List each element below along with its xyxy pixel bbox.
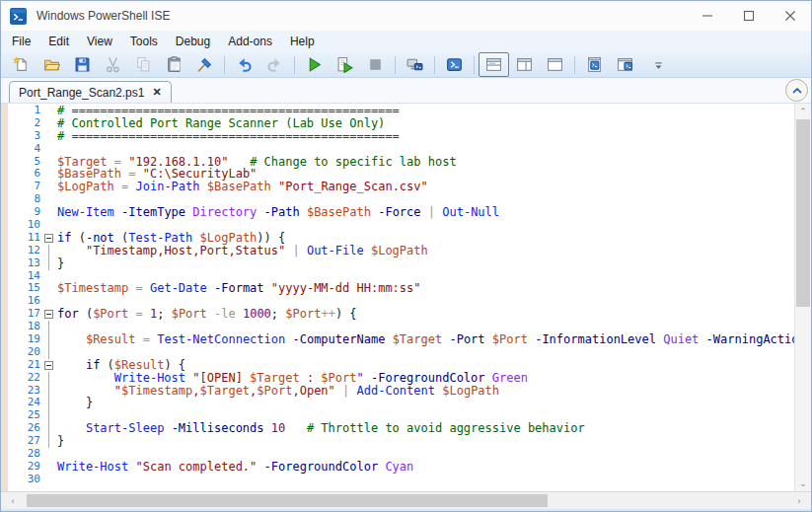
code-line-23[interactable]: 23 "$Timestamp,$Target,$Port,Open" | Add… <box>8 385 794 398</box>
redo-button[interactable] <box>259 52 290 77</box>
cut-button[interactable] <box>98 52 128 77</box>
code-text: "$Timestamp,$Target,$Port,Open" | Add-Co… <box>57 385 499 398</box>
scroll-left-arrow-icon[interactable]: ‹ <box>5 493 21 509</box>
toolbar-separator <box>434 56 435 74</box>
copy-button[interactable] <box>128 52 159 77</box>
code-text: } <box>57 435 64 448</box>
scroll-up-arrow-icon[interactable]: ⌃ <box>795 104 811 119</box>
show-script-pane-top-button[interactable] <box>479 52 509 77</box>
code-line-9[interactable]: 9New-Item -ItemType Directory -Path $Bas… <box>8 206 794 219</box>
start-powershell-button[interactable] <box>439 52 470 77</box>
paste-icon <box>166 56 183 73</box>
horizontal-scrollbar[interactable]: ‹ › <box>1 491 811 509</box>
minimize-button[interactable] <box>687 1 728 31</box>
code-line-27[interactable]: 27} <box>8 435 794 448</box>
gutter <box>40 448 57 461</box>
fold-collapse-icon[interactable] <box>44 234 53 243</box>
fold-collapse-icon[interactable] <box>44 361 53 370</box>
paste-button[interactable] <box>159 52 189 77</box>
menu-item-add-ons[interactable]: Add-ons <box>219 32 281 51</box>
clear-console-button[interactable] <box>189 52 220 77</box>
gutter <box>40 282 57 295</box>
fold-gutter[interactable] <box>40 232 57 245</box>
gutter <box>40 181 57 193</box>
run-selection-button[interactable] <box>330 52 360 77</box>
vertical-scrollbar[interactable]: ⌃ ⌄ <box>794 104 811 491</box>
gutter <box>40 193 57 206</box>
code-line-15[interactable]: 15$Timestamp = Get-Date -Format "yyyy-MM… <box>8 282 794 295</box>
code-line-26[interactable]: 26 Start-Sleep -Milliseconds 10 # Thrott… <box>8 422 794 435</box>
fold-gutter[interactable] <box>40 308 57 321</box>
horizontal-scrollbar-thumb[interactable] <box>27 494 548 507</box>
close-button[interactable] <box>770 1 811 31</box>
toggle-script-pane-button[interactable] <box>579 52 610 77</box>
gutter <box>40 295 57 308</box>
fold-gutter[interactable] <box>40 359 57 372</box>
toolbar <box>1 52 811 78</box>
gutter <box>40 168 57 181</box>
gutter <box>40 435 57 448</box>
code-line-7[interactable]: 7$LogPath = Join-Path $BasePath "Port_Ra… <box>8 181 794 193</box>
gutter <box>40 206 57 219</box>
redo-icon <box>266 56 283 73</box>
maximize-button[interactable] <box>728 1 770 31</box>
new-script-button[interactable] <box>6 52 37 77</box>
menu-item-file[interactable]: File <box>3 32 39 51</box>
gutter <box>40 117 57 130</box>
gutter <box>40 245 57 257</box>
code-area[interactable]: 1# =====================================… <box>8 105 794 491</box>
gutter <box>40 333 57 346</box>
fold-collapse-icon[interactable] <box>44 310 53 319</box>
code-text: $Timestamp = Get-Date -Format "yyyy-MM-d… <box>57 282 421 295</box>
code-line-13[interactable]: 13} <box>8 257 794 270</box>
script-pane-right-icon <box>516 56 533 73</box>
menu-item-help[interactable]: Help <box>281 32 324 51</box>
show-script-pane-right-button[interactable] <box>509 52 540 77</box>
line-number: 21 <box>8 359 40 372</box>
code-line-24[interactable]: 24 } <box>8 397 794 409</box>
powershell-ise-window: Windows PowerShell ISE FileEditViewTools… <box>0 0 812 512</box>
line-number: 19 <box>8 333 40 346</box>
tab-port-range-scan2[interactable]: Port_Range_Scan2.ps1 ✕ <box>9 81 172 103</box>
menu-item-tools[interactable]: Tools <box>121 32 167 51</box>
collapse-script-pane-button[interactable] <box>785 79 808 102</box>
menu-item-view[interactable]: View <box>78 32 121 51</box>
vertical-scrollbar-thumb[interactable] <box>796 119 810 307</box>
code-line-12[interactable]: 12 "Timestamp,Host,Port,Status" | Out-Fi… <box>8 245 794 257</box>
open-script-button[interactable] <box>37 52 67 77</box>
script-editor-pane[interactable]: 1# =====================================… <box>1 103 811 491</box>
show-script-pane-maximized-button[interactable] <box>540 52 570 77</box>
tab-label: Port_Range_Scan2.ps1 <box>19 86 144 100</box>
toolbar-overflow-icon <box>650 56 667 73</box>
copy-icon <box>135 56 152 73</box>
save-icon <box>74 56 91 73</box>
run-script-button[interactable] <box>299 52 330 77</box>
open-script-icon <box>43 56 60 73</box>
undo-button[interactable] <box>229 52 259 77</box>
run-selection-icon <box>336 56 353 73</box>
code-line-30[interactable]: 30 <box>8 474 794 486</box>
line-number: 11 <box>8 232 40 245</box>
code-text: # ======================================… <box>57 130 400 143</box>
code-line-3[interactable]: 3# =====================================… <box>8 130 794 143</box>
show-command-window-button[interactable] <box>610 52 640 77</box>
new-remote-powershell-tab-button[interactable] <box>400 52 430 77</box>
code-line-19[interactable]: 19 $Result = Test-NetConnection -Compute… <box>8 333 794 346</box>
stop-operation-button[interactable] <box>360 52 391 77</box>
title-bar: Windows PowerShell ISE <box>1 1 811 32</box>
powershell-app-icon <box>10 8 27 25</box>
menu-item-debug[interactable]: Debug <box>167 32 219 51</box>
menu-item-edit[interactable]: Edit <box>39 32 78 51</box>
code-line-29[interactable]: 29Write-Host "Scan completed." -Foregrou… <box>8 461 794 474</box>
tab-close-icon[interactable]: ✕ <box>152 86 161 99</box>
window-controls <box>687 1 811 31</box>
scroll-down-arrow-icon[interactable]: ⌄ <box>795 475 811 491</box>
code-text: $LogPath = Join-Path $BasePath "Port_Ran… <box>57 181 428 193</box>
scroll-right-arrow-icon[interactable]: › <box>791 493 807 509</box>
toolbar-separator <box>294 56 295 74</box>
toolbar-overflow-button[interactable] <box>643 52 674 77</box>
line-number: 12 <box>8 245 40 257</box>
menu-bar: FileEditViewToolsDebugAdd-onsHelp <box>1 31 811 52</box>
save-button[interactable] <box>67 52 98 77</box>
code-line-17[interactable]: 17for ($Port = 1; $Port -le 1000; $Port+… <box>8 308 794 321</box>
